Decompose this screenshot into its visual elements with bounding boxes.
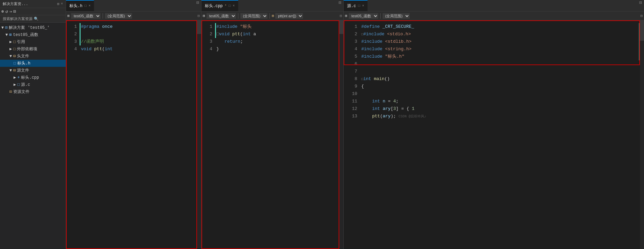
- ln-3-10: 10: [344, 90, 360, 98]
- code-line-3-7: [361, 68, 641, 75]
- search-icon[interactable]: 🔍: [34, 17, 39, 21]
- code-line-3-12: int ary[3] = { 1: [361, 105, 641, 113]
- tab-source-c-label: 源.c: [347, 3, 356, 9]
- tree-item-project[interactable]: ▼ ⊞ test05_函数: [0, 31, 66, 38]
- toolbar-divider-3: [380, 13, 381, 19]
- tab-header-h[interactable]: 标头.h □ ×: [66, 0, 94, 11]
- project-label: test05_函数: [13, 32, 38, 38]
- code-line-3-4: #include <string.h>: [361, 45, 641, 53]
- code-line-2-1: #include "标头: [216, 23, 341, 31]
- code-line-1-3: //函数声明: [81, 38, 198, 45]
- tree-item-references[interactable]: ▶ □ 引用: [0, 38, 66, 45]
- src-folder-label: 源文件: [17, 68, 29, 73]
- scrollbar-thumb-1[interactable]: [197, 20, 201, 34]
- code-line-2-2: □void ptt(int a: [216, 31, 341, 38]
- close-sidebar-icon[interactable]: ×: [61, 2, 63, 6]
- code-area-2: 1 2 3 4 #include "标头 □void ptt(int a ret…: [201, 20, 343, 249]
- change-indicator-1: [80, 23, 81, 31]
- func-selector-1[interactable]: test05_函数: [71, 13, 101, 19]
- editor-toolbar-3: ⊞ test05_函数 (全局范围) ⊟: [344, 12, 644, 20]
- code-content-2[interactable]: #include "标头 □void ptt(int a return; }: [215, 20, 343, 249]
- pin-icon[interactable]: ⊞: [57, 2, 60, 6]
- res-folder-icon: ⊡: [9, 89, 12, 94]
- tab-close-icon[interactable]: ×: [88, 4, 90, 8]
- tab-bar-2: 标头.cpp * □ × ⊟: [201, 0, 343, 12]
- func-selector-2[interactable]: test05_函数: [207, 13, 236, 19]
- tree-item-header-h[interactable]: □ 标头.h: [0, 60, 66, 67]
- code-line-1-2: [81, 31, 198, 38]
- change-indicator-3-1: [639, 23, 640, 60]
- code-content-3[interactable]: #define _CRT_SECURE_ □#include <stdio.h>…: [360, 20, 644, 249]
- panel-split-icon-2[interactable]: ⊟: [337, 0, 343, 11]
- tab-header-cpp-label: 标头.cpp: [205, 3, 223, 9]
- ln-2-2: 2: [201, 31, 215, 38]
- ln-3-6: 6: [344, 60, 360, 68]
- editor-panel-header-h: 标头.h □ × ⊟ ⊞ test05_函数 (全局范围) ⊟: [66, 0, 201, 249]
- toolbar-icon-4[interactable]: ⊟: [13, 9, 16, 14]
- tab-close-icon-3[interactable]: ×: [362, 4, 364, 8]
- panel-split-icon[interactable]: ⊟: [194, 0, 201, 11]
- tab-source-c[interactable]: 源.c □ ×: [344, 0, 368, 11]
- split-icon-3[interactable]: ⊟: [640, 14, 643, 18]
- tab-close-icon-2[interactable]: ×: [233, 4, 235, 8]
- search-label: 搜索解决方案资源: [3, 16, 33, 21]
- scope-selector-2[interactable]: (全局范围): [240, 13, 267, 19]
- hdr-folder-icon: ⊟: [13, 54, 16, 59]
- line-numbers-2: 1 2 3 4: [201, 20, 215, 249]
- solution-label: 解决方案 'test05_': [9, 25, 49, 31]
- toolbar-icon-2[interactable]: ↺: [5, 9, 8, 14]
- scrollbar-1[interactable]: [197, 20, 201, 249]
- c-file-label: 源.c: [21, 82, 30, 88]
- tree-item-sources-folder[interactable]: ▼ ⊟ 源文件: [0, 67, 66, 74]
- code-line-3-9: {: [361, 83, 641, 90]
- tab-pin-icon[interactable]: □: [84, 4, 86, 8]
- cpp-expand-icon: ▶: [14, 75, 16, 80]
- code-line-2-3: return;: [216, 38, 341, 45]
- tab-pin-icon-3[interactable]: □: [358, 4, 360, 8]
- panel-split-icon-3[interactable]: ⊟: [637, 0, 644, 11]
- toolbar-divider-2b: [270, 13, 270, 19]
- ln-4: 4: [66, 45, 80, 53]
- scope-selector-1[interactable]: (全局范围): [105, 13, 132, 19]
- func-selector-3[interactable]: test05_函数: [349, 13, 378, 19]
- sidebar-header: 解决方案资... ⊞ ×: [0, 0, 66, 8]
- tree-item-solution[interactable]: ▼ ⊡ 解决方案 'test05_': [0, 24, 66, 31]
- split-icon-2[interactable]: ⊟: [340, 14, 342, 18]
- editors-container: 标头.h □ × ⊟ ⊞ test05_函数 (全局范围) ⊟: [66, 0, 644, 249]
- code-line-3-10: [361, 90, 641, 98]
- tab-bar-3: 源.c □ × ⊟: [344, 0, 644, 12]
- tab-spacer-3: [368, 0, 637, 11]
- ext-icon: □: [13, 47, 16, 52]
- code-content-1[interactable]: #pragma once //函数声明 void ptt(int: [80, 20, 201, 249]
- ln-3-11: 11: [344, 98, 360, 105]
- toolbar-divider-1: [103, 13, 103, 19]
- solution-tree: ▼ ⊡ 解决方案 'test05_' ▼ ⊞ test05_函数 ▶ □ 引用 …: [0, 23, 66, 249]
- code-line-3-1: #define _CRT_SECURE_: [361, 23, 641, 31]
- tree-item-resources-folder[interactable]: ⊡ 资源文件: [0, 88, 66, 95]
- toolbar-icon-1[interactable]: ⊕: [1, 9, 4, 14]
- scrollbar-thumb-3[interactable]: [640, 20, 644, 41]
- tab-spacer-2: [238, 0, 337, 11]
- tab-header-cpp[interactable]: 标头.cpp * □ ×: [201, 0, 238, 11]
- c-expand-icon: ▶: [14, 82, 16, 87]
- split-icon-1[interactable]: ⊟: [197, 14, 200, 18]
- tree-item-header-cpp[interactable]: ▶ + 标头.cpp: [0, 74, 66, 81]
- func-icon-1: ⊞: [67, 14, 70, 18]
- code-line-3-13: ptt(ary); CSDN @且听吟风♪: [361, 113, 641, 120]
- scrollbar-2[interactable]: [339, 20, 343, 249]
- func-selector-2b[interactable]: ptt(int arr[]): [275, 13, 303, 19]
- tree-item-source-c[interactable]: ▶ □ 源.c: [0, 81, 66, 88]
- tab-bar-1: 标头.h □ × ⊟: [66, 0, 201, 12]
- tab-pin-icon-2[interactable]: □: [229, 4, 231, 8]
- tree-item-external-deps[interactable]: ▶ □ 外部依赖项: [0, 45, 66, 53]
- scrollbar-3[interactable]: [640, 20, 644, 249]
- toolbar-icon-3[interactable]: ⇒: [9, 9, 12, 14]
- scope-selector-3[interactable]: (全局范围): [383, 13, 410, 19]
- tree-item-headers-folder[interactable]: ▼ ⊟ 头文件: [0, 53, 66, 60]
- c-file-icon: □: [17, 82, 20, 87]
- change-indicator-2-1: [215, 23, 216, 31]
- ln-3-7: 7: [344, 68, 360, 75]
- scrollbar-thumb-2[interactable]: [339, 20, 343, 34]
- code-line-3-3: #include <stdlib.h>: [361, 38, 641, 45]
- line-numbers-3: 1 2 3 4 5 6 7 8 9 10 11 12 13: [344, 20, 360, 249]
